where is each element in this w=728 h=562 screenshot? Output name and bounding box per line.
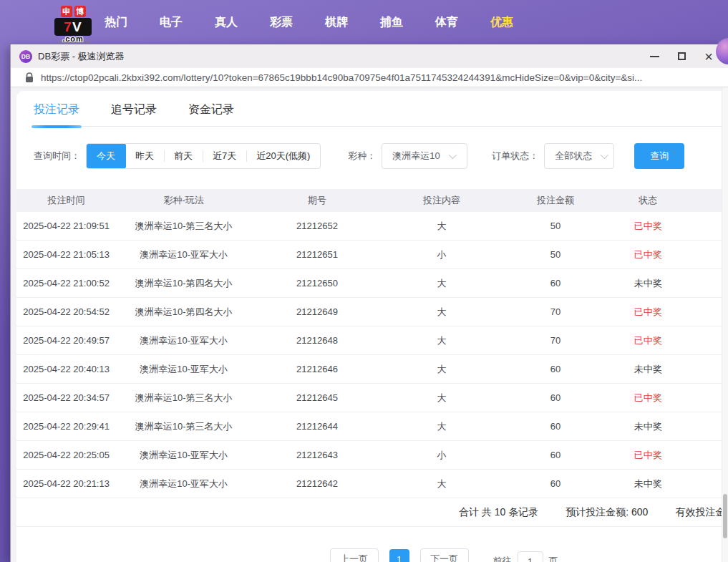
nav-item-promo[interactable]: 优惠 — [486, 12, 518, 33]
nav-item-sports[interactable]: 体育 — [431, 12, 462, 33]
cell-amount: 50 — [500, 221, 611, 231]
time-option-today[interactable]: 今天 — [86, 143, 126, 169]
table-row: 2025-04-22 20:25:05澳洲幸运10-亚军大小21212643小6… — [16, 441, 728, 470]
tab-fund-records[interactable]: 资金记录 — [188, 102, 234, 127]
cell-content: 大 — [383, 334, 500, 347]
cell-time: 2025-04-22 20:54:52 — [16, 306, 116, 317]
goto-page-input[interactable] — [518, 551, 543, 562]
table-row: 2025-04-22 21:09:51澳洲幸运10-第三名大小21212652大… — [16, 212, 728, 241]
cell-content: 大 — [383, 363, 500, 376]
logo-badge: 博 — [74, 6, 86, 17]
records-panel: 投注记录 追号记录 资金记录 查询时间： 今天 昨天 前天 近7天 近20天(低… — [16, 91, 728, 562]
nav-item-electronic[interactable]: 电子 — [155, 12, 187, 33]
cell-content: 大 — [383, 277, 500, 290]
site-logo[interactable]: 申 博 7V .com — [54, 6, 92, 43]
time-filter-label: 查询时间： — [34, 150, 80, 163]
header-game-play: 彩种-玩法 — [116, 194, 251, 207]
header-bet-amount: 投注金额 — [500, 194, 611, 207]
maximize-icon — [678, 52, 686, 60]
nav-item-fishing[interactable]: 捕鱼 — [376, 12, 407, 33]
tab-chase-records[interactable]: 追号记录 — [111, 102, 157, 127]
site-navbar: 申 博 7V .com 热门 电子 真人 彩票 棋牌 捕鱼 体育 优惠 — [0, 0, 728, 44]
logo-badges: 申 博 — [54, 6, 92, 17]
order-status-select[interactable]: 全部状态 — [544, 143, 614, 169]
lottery-select[interactable]: 澳洲幸运10 — [382, 143, 467, 169]
cell-game: 澳洲幸运10-第三名大小 — [116, 420, 251, 433]
header-bet-time: 投注时间 — [16, 194, 116, 207]
address-bar[interactable]: https://ctop02pcali.2kbxi392.com/lottery… — [11, 68, 728, 87]
summary-line: 合计 共 10 条记录 预计投注金额: 600 有效投注金额 — [459, 498, 728, 527]
table-row: 2025-04-22 20:54:52澳洲幸运10-第四名大小21212649大… — [16, 298, 728, 326]
cell-status: 未中奖 — [611, 478, 685, 490]
scrollbar-thumb[interactable] — [723, 494, 727, 538]
cell-amount: 70 — [500, 306, 611, 317]
cell-time: 2025-04-22 20:29:41 — [16, 421, 116, 432]
maximize-button[interactable] — [668, 44, 695, 68]
table-header-row: 投注时间 彩种-玩法 期号 投注内容 投注金额 状态 — [16, 189, 728, 212]
time-option-7days[interactable]: 近7天 — [203, 144, 246, 168]
cell-game: 澳洲幸运10-亚军大小 — [116, 248, 251, 261]
nav-item-lottery[interactable]: 彩票 — [266, 12, 297, 33]
nav-item-hot[interactable]: 热门 — [100, 12, 132, 33]
logo-brand: 7V — [54, 18, 92, 36]
cell-time: 2025-04-22 21:00:52 — [16, 278, 116, 289]
url-text: https://ctop02pcali.2kbxi392.com/lottery… — [41, 72, 642, 83]
cell-content: 大 — [383, 478, 500, 490]
query-button[interactable]: 查询 — [634, 143, 684, 169]
browser-window: DB DB彩票 - 极速浏览器 × https://ctop02pcali.2k… — [10, 44, 728, 562]
current-page-button[interactable]: 1 — [389, 549, 409, 562]
cell-game: 澳洲幸运10-亚军大小 — [116, 363, 251, 376]
cell-amount: 60 — [500, 450, 611, 460]
cell-content: 大 — [383, 420, 500, 433]
header-issue: 期号 — [251, 194, 383, 207]
summary-row: 合计 共 10 条记录 预计投注金额: 600 有效投注金额 — [16, 498, 728, 527]
window-titlebar[interactable]: DB DB彩票 - 极速浏览器 × — [11, 44, 728, 68]
cell-issue: 21212646 — [251, 364, 383, 374]
lock-icon — [25, 72, 34, 83]
cell-issue: 21212643 — [251, 450, 383, 460]
cell-time: 2025-04-22 21:09:51 — [16, 221, 116, 231]
cell-content: 小 — [383, 449, 500, 462]
cell-content: 大 — [383, 220, 500, 233]
table-row: 2025-04-22 20:29:41澳洲幸运10-第三名大小21212644大… — [16, 412, 728, 441]
cell-game: 澳洲幸运10-第三名大小 — [116, 392, 251, 404]
table-row: 2025-04-22 20:21:13澳洲幸运10-亚军大小21212642大6… — [16, 470, 728, 498]
summary-valid-amount: 有效投注金额 — [675, 506, 728, 519]
cell-status: 未中奖 — [611, 277, 685, 290]
cell-time: 2025-04-22 21:05:13 — [16, 249, 116, 260]
time-option-day-before[interactable]: 前天 — [164, 144, 203, 168]
cell-status: 已中奖 — [611, 334, 685, 347]
cell-content: 小 — [383, 248, 500, 261]
minimize-button[interactable] — [641, 44, 668, 68]
cell-game: 澳洲幸运10-第四名大小 — [116, 306, 251, 319]
time-option-20days[interactable]: 近20天(低频) — [246, 144, 320, 168]
time-option-yesterday[interactable]: 昨天 — [125, 144, 164, 168]
cell-issue: 21212649 — [251, 306, 383, 317]
close-icon: × — [704, 49, 713, 64]
vertical-scrollbar — [722, 87, 728, 562]
status-select-value: 全部状态 — [555, 150, 592, 163]
next-page-button[interactable]: 下一页 — [420, 548, 469, 562]
nav-item-live[interactable]: 真人 — [210, 12, 242, 33]
cell-status: 未中奖 — [611, 420, 685, 433]
chevron-down-icon — [601, 151, 608, 159]
cell-game: 澳洲幸运10-第四名大小 — [116, 277, 251, 290]
table-row: 2025-04-22 21:00:52澳洲幸运10-第四名大小21212650大… — [16, 269, 728, 298]
minimize-icon — [650, 56, 659, 57]
summary-expected-amount: 预计投注金额: 600 — [566, 506, 648, 519]
cell-issue: 21212652 — [251, 221, 383, 231]
pagination: 上一页 1 下一页 前往 页 — [85, 548, 728, 562]
page-unit-label: 页 — [549, 555, 558, 562]
nav-item-chess[interactable]: 棋牌 — [321, 12, 352, 33]
header-status: 状态 — [611, 194, 685, 207]
cell-content: 大 — [383, 306, 500, 319]
cell-status: 已中奖 — [611, 306, 685, 319]
cell-status: 已中奖 — [611, 392, 685, 404]
cell-game: 澳洲幸运10-亚军大小 — [116, 478, 251, 490]
lottery-filter-label: 彩种： — [348, 150, 376, 163]
tab-bet-records[interactable]: 投注记录 — [34, 102, 79, 127]
cell-time: 2025-04-22 20:25:05 — [16, 450, 116, 460]
table-row: 2025-04-22 20:49:57澳洲幸运10-亚军大小21212648大7… — [16, 326, 728, 355]
prev-page-button[interactable]: 上一页 — [330, 548, 379, 562]
cell-amount: 60 — [500, 478, 611, 489]
